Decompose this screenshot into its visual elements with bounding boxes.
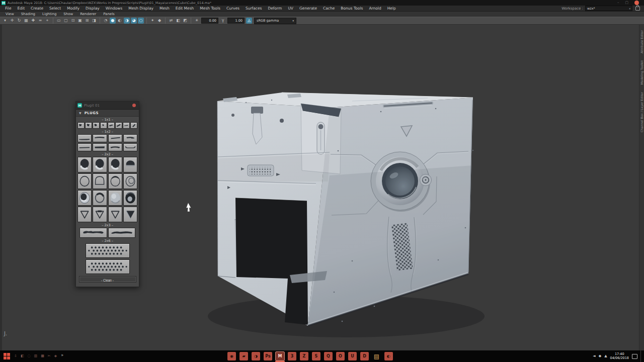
taskbar-app-app-oval[interactable]: O <box>336 352 345 360</box>
shadows-icon[interactable]: ◕ <box>131 18 137 24</box>
tray-volume-icon[interactable]: ◄ <box>593 354 595 358</box>
field-chart-icon[interactable]: ▣ <box>77 18 83 24</box>
start-button[interactable] <box>4 353 10 359</box>
wireframe-icon[interactable]: ◔ <box>103 18 109 24</box>
multisample-aa-icon[interactable]: ◆ <box>156 18 163 24</box>
x-ray-icon[interactable]: ◧ <box>175 18 181 24</box>
menu-surfaces[interactable]: Surfaces <box>243 6 265 11</box>
film-gate-icon[interactable]: ▭ <box>56 18 62 24</box>
lock-icon[interactable] <box>635 7 640 11</box>
motion-blur-icon[interactable]: ✦ <box>149 18 155 24</box>
screen-space-ao-icon[interactable]: ○ <box>138 18 144 24</box>
use-all-lights-icon[interactable]: ◑ <box>124 18 130 24</box>
plug-tri-outline-1[interactable] <box>77 207 92 222</box>
plug-handle-2[interactable] <box>108 228 136 238</box>
plug-bar-4[interactable] <box>123 134 137 142</box>
plug-corner-7[interactable] <box>123 122 130 129</box>
plugit-close-icon[interactable] <box>132 104 136 107</box>
menu-windows[interactable]: Windows <box>103 6 125 11</box>
settings-icon[interactable]: ◈ <box>54 354 57 358</box>
plug-bar-8[interactable] <box>123 143 137 151</box>
x-ray-joints-icon[interactable]: ◩ <box>182 18 188 24</box>
plugit-titlebar[interactable]: M Plugit 01 <box>76 102 139 110</box>
plug-bar-1[interactable] <box>77 134 92 142</box>
plug-vent-grid-1[interactable] <box>86 243 130 258</box>
dock-tab-attribute-editor[interactable]: Attribute Editor <box>640 30 643 53</box>
taskbar-app-app-half[interactable]: ◐ <box>384 352 393 360</box>
taskbar-app-explorer[interactable]: ▤ <box>372 352 381 360</box>
menu-create[interactable]: Create <box>28 6 46 11</box>
exposure-field[interactable]: 0.00 <box>201 18 218 24</box>
menu-bonus-tools[interactable]: Bonus Tools <box>338 6 366 11</box>
plug-corner-2[interactable] <box>85 122 92 129</box>
lock-camera-icon[interactable]: ✛ <box>9 18 15 24</box>
plug-ring-deep[interactable] <box>123 190 137 206</box>
taskbar-app-app-u[interactable]: U <box>348 352 357 360</box>
plug-corner-1[interactable] <box>77 122 85 129</box>
dock-tab-channel-box-layer-editor[interactable]: Channel Box / Layer Editor <box>640 92 643 132</box>
plug-corner-3[interactable] <box>93 122 100 129</box>
plug-bar-5[interactable] <box>77 143 92 151</box>
menu-generate[interactable]: Generate <box>296 6 320 11</box>
plug-corner-4[interactable] <box>100 122 107 129</box>
taskbar-app-3ds-max[interactable]: 3 <box>288 352 296 360</box>
grid-app-icon[interactable]: ▦ <box>41 354 44 358</box>
panel-menu-shading[interactable]: Shading <box>18 12 39 16</box>
panel-menu-show[interactable]: Show <box>60 12 76 16</box>
plug-socket-deep-1[interactable] <box>77 157 92 172</box>
taskbar-app-app-folder[interactable]: ▰ <box>239 352 248 360</box>
plug-sphere-ring[interactable] <box>77 190 92 206</box>
panel-menu-view[interactable]: View <box>2 12 18 16</box>
taskbar-app-app-s[interactable]: S <box>312 352 320 360</box>
plug-dome-flat[interactable] <box>108 190 122 206</box>
2d-pan-zoom-icon[interactable]: ≡ <box>37 18 43 24</box>
menu-edit-mesh[interactable]: Edit Mesh <box>173 6 197 11</box>
menu-select[interactable]: Select <box>46 6 64 11</box>
taskbar-app-app-media[interactable]: ◑ <box>252 352 260 360</box>
menu-cache[interactable]: Cache <box>320 6 338 11</box>
resolution-gate-icon[interactable]: ▢ <box>63 18 69 24</box>
plug-arch-outline[interactable] <box>93 173 107 189</box>
gamma-field[interactable]: 1.00 <box>227 18 245 24</box>
tray-hidden-icons-icon[interactable]: ▲ <box>604 354 607 358</box>
workspace-dropdown[interactable]: wzx* ▾ <box>585 6 632 11</box>
menu-uv[interactable]: UV <box>285 6 296 11</box>
taskbar-overflow-chevron[interactable]: » <box>61 353 63 357</box>
taskbar-app-zbrush[interactable]: Z <box>300 352 308 360</box>
plug-bar-6[interactable] <box>93 143 107 151</box>
menu-edit[interactable]: Edit <box>15 6 28 11</box>
show-desktop-button[interactable] <box>640 350 643 362</box>
files-icon[interactable]: ▥ <box>34 354 38 358</box>
plug-corner-5[interactable] <box>108 122 115 129</box>
plug-tri-outline-notch[interactable] <box>93 207 107 222</box>
menu-help[interactable]: Help <box>384 6 399 11</box>
dock-tab-modeling-toolkit[interactable]: Modeling Toolkit <box>640 60 643 84</box>
taskbar-app-app-q[interactable]: Q <box>324 352 333 360</box>
minimize-button[interactable]: – <box>617 1 619 5</box>
shaded-icon[interactable]: ● <box>110 18 116 24</box>
action-center-icon[interactable] <box>632 354 637 359</box>
gate-mask-icon[interactable]: ⊡ <box>70 18 76 24</box>
plug-ring-offset[interactable] <box>123 173 137 189</box>
people-icon[interactable]: ⇩ <box>14 354 17 358</box>
snip-icon[interactable]: ✂ <box>48 354 51 358</box>
taskbar-app-app-record[interactable]: ◉ <box>227 352 236 360</box>
plug-corner-6[interactable] <box>115 122 122 129</box>
plug-circle-outline[interactable] <box>77 173 92 189</box>
plug-dome-back[interactable] <box>123 157 137 172</box>
plug-circle-crescent[interactable] <box>108 173 122 189</box>
gamma-icon[interactable]: γ <box>220 18 226 24</box>
taskbar-clock[interactable]: 17:40 04/06/2018 <box>610 352 629 360</box>
store-icon[interactable]: ◌ <box>28 354 31 358</box>
exposure-icon[interactable]: ☀ <box>194 18 200 24</box>
maximize-button[interactable]: ▢ <box>625 1 628 5</box>
viewport-canvas[interactable]: J. Attribute EditorModeling ToolkitChann… <box>0 25 644 350</box>
image-plane-icon[interactable]: ✚ <box>30 18 36 24</box>
plug-bar-7[interactable] <box>108 143 122 151</box>
panel-menu-lighting[interactable]: Lighting <box>39 12 60 16</box>
plug-tri-solid[interactable] <box>123 207 137 222</box>
clean-button[interactable]: - Clean - <box>79 276 136 283</box>
plug-corner-8[interactable] <box>130 122 137 129</box>
menu-arnold[interactable]: Arnold <box>366 6 384 11</box>
select-camera-icon[interactable]: ▾ <box>2 18 8 24</box>
